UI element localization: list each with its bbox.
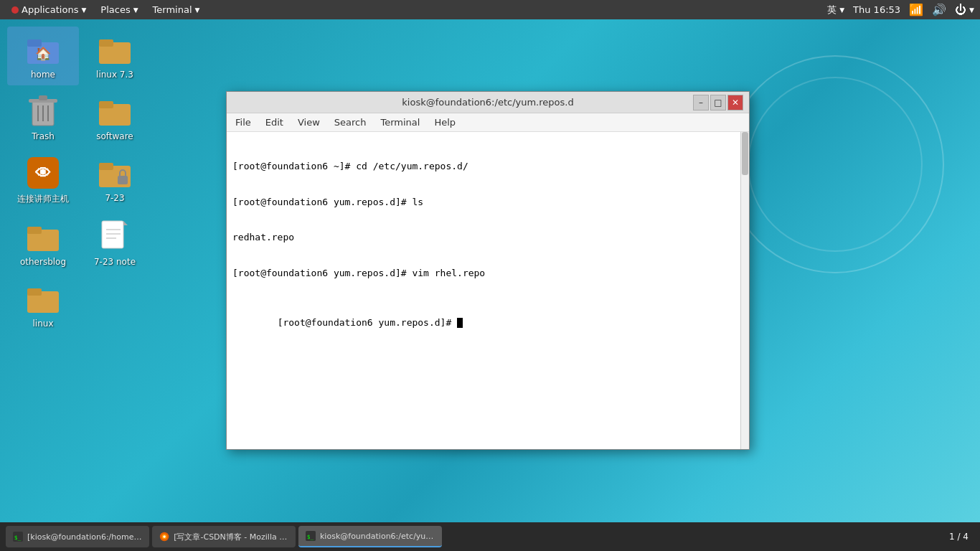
desktop-icon-software[interactable]: software: [79, 88, 151, 147]
svg-marker-21: [123, 221, 128, 225]
locked-folder-icon: [98, 156, 132, 190]
language-label: 英: [827, 4, 837, 17]
panel-right: 英 ▼ Thu 16:53 📶 🔊 ⏻ ▼: [827, 3, 974, 17]
svg-point-31: [163, 535, 166, 538]
places-menu[interactable]: Places ▼: [95, 3, 143, 17]
menu-terminal[interactable]: Terminal: [374, 116, 425, 129]
svg-text:🏠: 🏠: [35, 46, 52, 62]
svg-rect-26: [27, 288, 42, 296]
places-arrow: ▼: [133, 6, 138, 14]
wifi-indicator[interactable]: 📶: [909, 3, 923, 17]
menu-view[interactable]: View: [292, 116, 326, 129]
svg-text:$_: $_: [14, 534, 22, 541]
terminal-cursor: [457, 318, 463, 328]
volume-indicator[interactable]: 🔊: [932, 3, 946, 17]
firefox-icon: [159, 531, 169, 542]
desktop-icon-linux[interactable]: linux: [7, 276, 79, 334]
terminal-prompt: [root@foundation6 yum.repos.d]#: [278, 317, 457, 328]
terminal-titlebar: kiosk@foundation6:/etc/yum.repos.d – □ ✕: [227, 92, 749, 113]
terminal-menu[interactable]: Terminal ▼: [147, 3, 206, 17]
language-indicator[interactable]: 英 ▼: [827, 4, 844, 17]
svg-rect-17: [118, 176, 128, 184]
desktop-icons-area: 🏠 home linux 7.3: [7, 27, 151, 337]
linux-folder-icon: [26, 281, 60, 316]
vnc-icon: 👁: [26, 156, 60, 190]
menu-help[interactable]: Help: [428, 116, 461, 129]
taskbar-item3-label: kiosk@foundation6:/etc/yum.repo...: [320, 532, 435, 541]
power-indicator[interactable]: ⏻ ▼: [955, 3, 974, 17]
icon-row-4: othersblog 7-23 note: [7, 214, 151, 276]
taskbar-item-terminal1[interactable]: $_ [kiosk@foundation6:/home/kiosk]: [6, 526, 149, 547]
taskbar-pager[interactable]: 1 / 4: [949, 532, 974, 542]
taskbar-item2-label: [写文章-CSDN博客 - Mozilla Firef...: [174, 532, 288, 542]
desktop-icon-note723[interactable]: 7-23 note: [79, 214, 151, 273]
linux73-folder-icon: [98, 32, 132, 67]
locked723-icon-label: 7-23: [105, 193, 124, 203]
terminal1-icon: $_: [13, 531, 23, 542]
terminal-arrow: ▼: [195, 6, 200, 14]
icon-row-3: 👁 连接讲师主机 7-23: [7, 150, 151, 214]
datetime-display[interactable]: Thu 16:53: [853, 4, 900, 15]
menu-file[interactable]: File: [230, 116, 257, 129]
taskbar-item-terminal2[interactable]: $_ kiosk@foundation6:/etc/yum.repo...: [298, 526, 442, 547]
maximize-button[interactable]: □: [710, 95, 726, 110]
terminal-label: Terminal: [153, 4, 192, 15]
terminal-body[interactable]: [root@foundation6 ~]# cd /etc/yum.repos.…: [227, 132, 749, 449]
applications-arrow: ▼: [81, 6, 86, 14]
trash-icon-label: Trash: [32, 131, 55, 141]
software-folder-icon: [98, 94, 132, 128]
menu-edit[interactable]: Edit: [260, 116, 289, 129]
taskbar-item1-label: [kiosk@foundation6:/home/kiosk]: [27, 532, 142, 542]
svg-rect-20: [102, 221, 123, 248]
terminal2-icon: $_: [306, 530, 316, 542]
icon-row-1: 🏠 home linux 7.3: [7, 27, 151, 88]
places-label: Places: [100, 4, 130, 15]
terminal-window: kiosk@foundation6:/etc/yum.repos.d – □ ✕…: [226, 91, 750, 450]
applications-menu[interactable]: Applications ▼: [6, 3, 92, 17]
terminal-line-5: [root@foundation6 yum.repos.d]#: [232, 301, 743, 344]
desktop-icon-trash[interactable]: Trash: [7, 88, 79, 147]
linux73-icon-label: linux 7.3: [96, 70, 133, 80]
svg-rect-16: [99, 163, 113, 170]
taskbar-item-firefox[interactable]: [写文章-CSDN博客 - Mozilla Firef...: [152, 526, 296, 547]
svg-rect-4: [99, 39, 113, 47]
desktop-icon-locked723[interactable]: 7-23: [79, 150, 151, 211]
taskbar: $_ [kiosk@foundation6:/home/kiosk] [写文章-…: [0, 522, 980, 551]
menu-search[interactable]: Search: [329, 116, 372, 129]
applications-label: Applications: [22, 4, 78, 15]
linux-icon-label: linux: [33, 319, 54, 329]
terminal-scrollbar[interactable]: [740, 132, 749, 449]
othersblog-icon-label: othersblog: [20, 257, 66, 267]
othersblog-folder-icon: [26, 220, 60, 254]
icon-row-5: linux: [7, 276, 151, 337]
datetime-label: Thu 16:53: [853, 4, 900, 15]
note723-icon-label: 7-23 note: [94, 257, 136, 267]
lang-arrow: ▼: [839, 6, 844, 14]
close-button[interactable]: ✕: [727, 95, 743, 110]
terminal-menubar: File Edit View Search Terminal Help: [227, 113, 749, 132]
desktop: 🏠 home linux 7.3: [0, 19, 980, 522]
desktop-icon-linux73[interactable]: linux 7.3: [79, 27, 151, 85]
trash-icon: [26, 94, 60, 128]
terminal-line-3: redhat.repo: [232, 230, 743, 245]
fedora-logo: [11, 6, 19, 14]
desktop-icon-home[interactable]: 🏠 home: [7, 27, 79, 85]
wifi-icon: 📶: [909, 3, 923, 17]
desktop-icon-vnc[interactable]: 👁 连接讲师主机: [7, 150, 79, 211]
svg-rect-19: [27, 227, 42, 234]
svg-text:👁: 👁: [35, 164, 51, 182]
software-icon-label: software: [96, 131, 133, 141]
svg-text:$_: $_: [307, 534, 314, 540]
top-panel: Applications ▼ Places ▼ Terminal ▼ 英 ▼ T…: [0, 0, 980, 19]
scrollbar-thumb[interactable]: [742, 132, 748, 175]
svg-rect-12: [99, 101, 113, 108]
svg-rect-7: [39, 95, 47, 100]
minimize-button[interactable]: –: [693, 95, 709, 110]
power-icon: ⏻: [955, 3, 966, 17]
taskbar-items: $_ [kiosk@foundation6:/home/kiosk] [写文章-…: [6, 522, 442, 551]
home-folder-icon: 🏠: [26, 32, 60, 67]
terminal-line-2: [root@foundation6 yum.repos.d]# ls: [232, 195, 743, 209]
note-icon: [98, 220, 132, 254]
panel-left: Applications ▼ Places ▼ Terminal ▼: [6, 3, 205, 17]
desktop-icon-othersblog[interactable]: othersblog: [7, 214, 79, 273]
